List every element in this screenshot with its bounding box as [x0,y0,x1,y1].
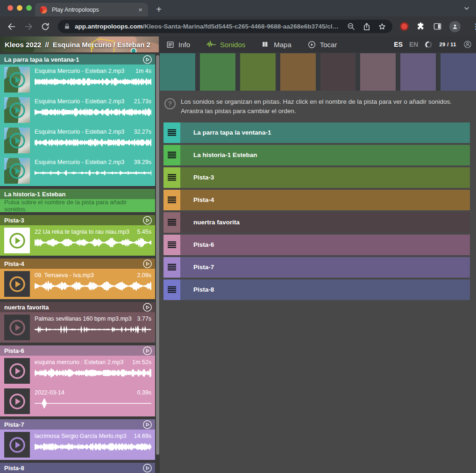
play-clip-icon[interactable] [8,162,27,180]
drag-handle[interactable] [163,280,180,300]
audio-clip[interactable]: Esquina Mercurio - Esteban 2.mp321.73s [0,95,155,125]
play-track-icon[interactable] [142,463,152,473]
track-color-column[interactable] [280,53,316,91]
track-row-label[interactable]: Pista-7 [180,257,214,278]
play-clip-icon[interactable] [8,131,27,150]
play-track-icon[interactable] [142,259,152,269]
play-clip-icon[interactable] [8,275,27,294]
track-row[interactable]: Pista-4 [163,190,470,210]
lang-en-button[interactable]: EN [409,41,418,48]
clip-thumbnail[interactable] [4,315,30,340]
drag-handle[interactable] [163,167,180,188]
minimize-window-button[interactable] [17,5,22,11]
tab-sonidos[interactable]: Sonidos [206,40,245,49]
audio-clip[interactable]: 09. Temaeva - Iva.mp32.09s [0,269,155,299]
tab-close-icon[interactable]: × [137,6,143,13]
track-header[interactable]: La parra tapa la ventana-1 [0,54,155,64]
track-color-column[interactable] [160,53,195,91]
audio-clip[interactable]: Palmas sevillanas 160 bpm mp3.mp33.77s [0,312,155,343]
track-row-label[interactable]: La historia-1 Esteban [180,145,257,165]
track-header[interactable]: Pista-4 [0,258,155,269]
track-row-label[interactable]: Pista-4 [180,190,214,210]
sidebar-scrollbar[interactable] [156,55,159,455]
track-row-label[interactable]: Pista-8 [180,280,214,300]
audio-clip[interactable]: esquina mercurio : Esteban 2.mp31m 52s [0,356,155,386]
clip-thumbnail[interactable] [4,158,30,184]
track-color-column[interactable] [440,53,476,91]
tab-info[interactable]: Info [166,40,190,49]
clip-thumbnail[interactable] [4,97,30,123]
tab-tocar[interactable]: Tocar [307,40,337,49]
track-header[interactable]: Pista-3 [0,215,155,225]
play-track-icon[interactable] [142,215,152,225]
track-row[interactable]: Pista-7 [163,257,470,278]
track-header[interactable]: Pista-7 [0,419,155,430]
play-clip-icon[interactable] [8,101,27,120]
drag-handle[interactable] [163,257,180,278]
audio-clip[interactable]: 22 Ua reka te tagnia to rau niau.mp35.45… [0,225,155,256]
clip-thumbnail[interactable] [4,358,30,384]
play-clip-icon[interactable] [8,71,27,89]
track-row-label[interactable]: Pista-6 [180,235,214,255]
clip-thumbnail[interactable] [4,271,30,297]
clip-thumbnail[interactable] [4,128,30,153]
track-row[interactable]: Pista-6 [163,235,470,255]
browser-tab[interactable]: Play Antropoloops × [35,3,148,16]
forward-icon[interactable] [23,22,34,32]
clip-thumbnail[interactable] [4,228,30,253]
bookmark-star-icon[interactable] [377,22,387,31]
share-icon[interactable] [362,22,371,31]
close-window-button[interactable] [7,5,13,11]
play-clip-icon[interactable] [8,362,27,380]
track-color-column[interactable] [400,53,436,91]
address-bar[interactable]: app.antropoloops.com/Kleos-Santa-Marina/… [58,20,392,33]
track-header[interactable]: Pista-8 [0,463,155,473]
account-icon[interactable] [463,40,472,49]
profile-avatar[interactable] [449,21,461,32]
play-clip-icon[interactable] [8,392,27,411]
browser-menu-icon[interactable]: ⋮ [469,22,476,31]
fullscreen-window-button[interactable] [26,5,32,11]
audio-clip[interactable]: 2022-03-140.39s [0,386,155,416]
track-color-column[interactable] [360,53,396,91]
play-clip-icon[interactable] [8,318,27,337]
drag-handle[interactable] [163,145,180,165]
screen-record-extension-icon[interactable] [400,22,409,31]
track-header[interactable]: Pista-6 [0,345,155,356]
clip-thumbnail[interactable] [4,432,30,458]
track-row[interactable]: La parra tapa la ventana-1 [163,122,470,143]
drag-handle[interactable] [163,235,180,255]
track-header[interactable]: nuertra favorita [0,302,155,312]
reload-icon[interactable] [40,22,50,32]
play-track-icon[interactable] [142,302,152,312]
zoom-out-icon[interactable] [347,22,356,31]
audio-clip[interactable]: Esquina Mercurio - Esteban 2.mp332.27s [0,125,155,156]
project-name[interactable]: Kleos 2022 [5,41,41,49]
track-row[interactable]: nuertra favorita [163,212,470,233]
back-icon[interactable] [7,22,17,32]
tab-mapa[interactable]: Mapa [261,40,291,49]
track-color-column[interactable] [240,53,276,91]
track-row-label[interactable]: nuertra favorita [180,212,240,233]
play-track-icon[interactable] [142,55,152,64]
audio-clip[interactable]: Esquina Mercurio - Esteban 2.mp339.29s [0,156,155,186]
side-panel-icon[interactable] [433,22,442,31]
track-row[interactable]: La historia-1 Esteban [163,145,470,165]
window-controls[interactable] [7,5,32,11]
new-tab-button[interactable]: + [153,3,165,15]
lang-es-button[interactable]: ES [394,41,403,48]
drag-handle[interactable] [163,190,180,210]
drag-handle[interactable] [163,122,180,143]
play-track-icon[interactable] [142,420,152,430]
track-row-label[interactable]: Pista-3 [180,167,214,188]
track-row[interactable]: Pista-3 [163,167,470,188]
tab-search-chevron-icon[interactable] [463,5,470,12]
track-color-column[interactable] [200,53,235,91]
audio-clip[interactable]: lacrimosa Sergio García Merlo.mp314.69s [0,430,155,460]
extensions-puzzle-icon[interactable] [416,22,426,31]
track-header[interactable]: La historia-1 Esteban [0,189,155,199]
drag-handle[interactable] [163,212,180,233]
audio-clip[interactable]: Esquina Mercurio - Esteban 2.mp31m 4s [0,64,155,95]
track-row-label[interactable]: La parra tapa la ventana-1 [180,122,271,143]
play-clip-icon[interactable] [8,231,27,250]
